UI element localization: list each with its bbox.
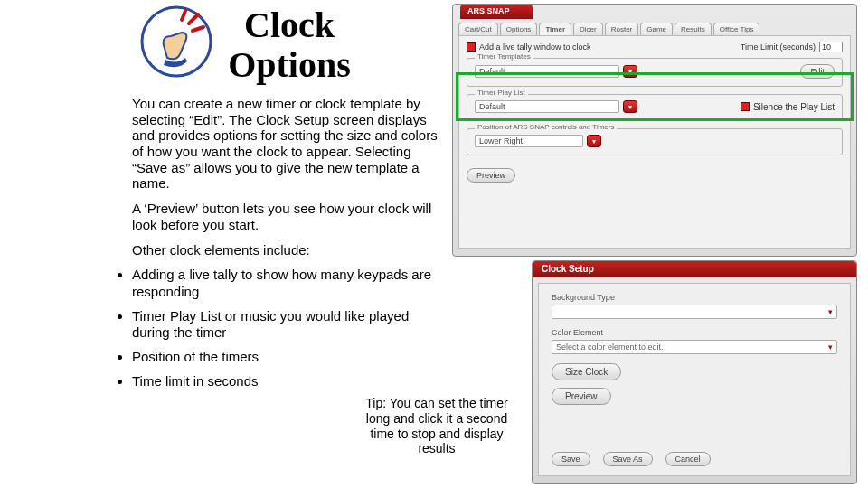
list-item: Adding a live tally to show how many key…	[132, 267, 439, 301]
clock-setup-body: Background Type ▾ Color Element Select a…	[538, 283, 851, 476]
position-fieldset: Position of ARS SNAP controls and Timers…	[467, 128, 843, 155]
list-item: Timer Play List or music you would like …	[132, 308, 439, 343]
template-dropdown-icon[interactable]: ▾	[623, 65, 637, 78]
background-type-label: Background Type	[552, 293, 837, 302]
tab-bar: Cart/Cut Options Timer Dicer Roster Game…	[458, 23, 851, 35]
ars-snap-window: ARS SNAP Cart/Cut Options Timer Dicer Ro…	[452, 4, 857, 257]
playlist-fieldset: Timer Play List Default ▾ Silence the Pl…	[467, 94, 843, 121]
tally-checkbox[interactable]	[467, 42, 476, 52]
intro-paragraph-3: Other clock elements include:	[132, 242, 439, 258]
clock-setup-window: Clock Setup Background Type ▾ Color Elem…	[532, 260, 857, 484]
tab-cart[interactable]: Cart/Cut	[458, 23, 498, 35]
timer-panel: Add a live tally window to clock Time Li…	[458, 35, 851, 249]
templates-legend: Timer Templates	[475, 52, 533, 61]
save-as-button[interactable]: Save As	[603, 452, 653, 466]
tally-checkbox-label: Add a live tally window to clock	[479, 42, 591, 52]
silence-label: Silence the Play List	[753, 102, 835, 112]
window-title: ARS SNAP	[460, 5, 533, 19]
feature-list: Adding a live tally to show how many key…	[132, 267, 443, 390]
tab-roster[interactable]: Roster	[605, 23, 639, 35]
list-item: Time limit in seconds	[132, 373, 439, 390]
edit-button[interactable]: Edit	[800, 64, 835, 79]
cancel-button[interactable]: Cancel	[665, 452, 711, 466]
template-select[interactable]: Default	[475, 65, 619, 78]
templates-fieldset: Timer Templates Default ▾ Edit	[467, 58, 843, 87]
tab-office-tips[interactable]: Office Tips	[713, 23, 760, 35]
chevron-down-icon: ▾	[828, 307, 833, 316]
intro-paragraph-2: A ‘Preview’ button lets you see how your…	[132, 201, 439, 232]
time-limit-label: Time Limit (seconds)	[741, 42, 816, 52]
playlist-legend: Timer Play List	[475, 89, 528, 97]
tip-text: Tip: You can set the timer long and clic…	[360, 396, 514, 456]
tab-options[interactable]: Options	[500, 23, 538, 35]
page-title: ClockOptions	[172, 5, 407, 85]
tab-dicer[interactable]: Dicer	[573, 23, 603, 35]
list-item: Position of the timers	[132, 349, 439, 366]
tab-results[interactable]: Results	[675, 23, 712, 35]
intro-paragraph-1: You can create a new timer or clock temp…	[132, 96, 439, 192]
content-column: ClockOptions You can create a new timer …	[99, 0, 443, 398]
position-select[interactable]: Lower Right	[475, 135, 583, 147]
background-type-select[interactable]: ▾	[552, 305, 837, 319]
clock-setup-title: Clock Setup	[533, 261, 856, 277]
chevron-down-icon: ▾	[828, 343, 833, 352]
color-element-label: Color Element	[552, 328, 837, 337]
position-dropdown-icon[interactable]: ▾	[587, 135, 601, 147]
color-element-select[interactable]: Select a color element to edit. ▾	[552, 340, 837, 354]
save-button[interactable]: Save	[552, 452, 590, 466]
tab-timer[interactable]: Timer	[539, 23, 571, 35]
size-clock-button[interactable]: Size Clock	[552, 363, 621, 380]
time-limit-input[interactable]: 10	[819, 42, 843, 52]
tab-game[interactable]: Game	[640, 23, 673, 35]
playlist-dropdown-icon[interactable]: ▾	[623, 100, 637, 113]
position-legend: Position of ARS SNAP controls and Timers	[475, 123, 617, 131]
preview-button[interactable]: Preview	[467, 168, 515, 183]
silence-checkbox[interactable]	[741, 102, 750, 111]
preview-button[interactable]: Preview	[552, 388, 611, 405]
playlist-select[interactable]: Default	[475, 100, 619, 113]
